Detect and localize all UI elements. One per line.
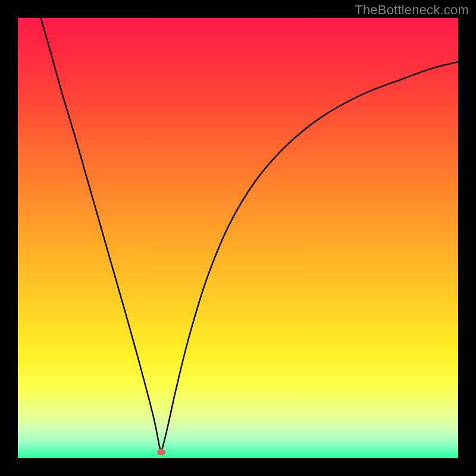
plot-area: [18, 18, 458, 458]
watermark-text: TheBottleneck.com: [355, 2, 469, 18]
bottleneck-curve: [18, 18, 458, 458]
optimum-marker-icon: [157, 449, 165, 455]
chart-frame: TheBottleneck.com: [0, 0, 476, 476]
